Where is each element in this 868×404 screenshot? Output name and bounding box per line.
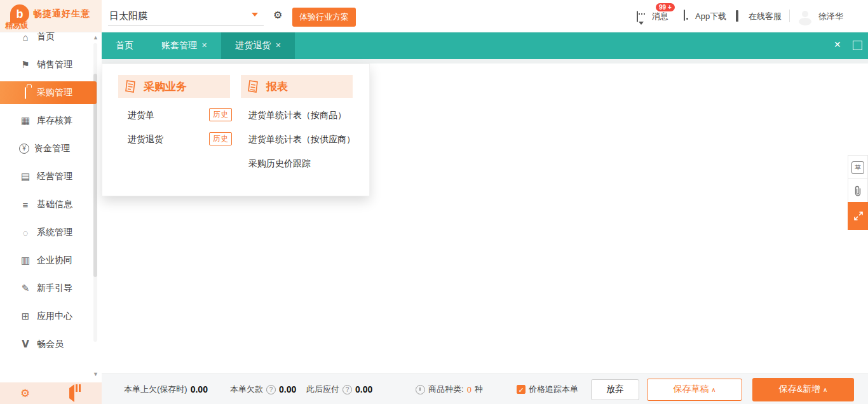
sidebar-item-basic-info[interactable]: ≡ 基础信息 [0, 196, 97, 213]
basic-info-icon: ≡ [19, 199, 32, 210]
menu-section-reports: 报表 [241, 75, 353, 98]
username[interactable]: 徐泽华 [818, 11, 843, 22]
inventory-icon: ▦ [19, 115, 32, 126]
brand-name: 畅捷通好生意 [33, 8, 90, 20]
tabbar: 首页 账套管理 ✕ 进货退货 ✕ [102, 32, 868, 59]
sidebar-item-label: 采购管理 [37, 87, 72, 98]
sidebar-item-app-center[interactable]: ⊞ 应用中心 [0, 307, 97, 325]
online-service-headset-icon[interactable] [736, 10, 738, 20]
fullscreen-icon[interactable] [853, 41, 862, 50]
goods-category-label: 商品种类: [428, 384, 464, 395]
sidebar-item-label: 畅会员 [37, 339, 64, 350]
attachment-float-button[interactable] [848, 178, 868, 203]
sidebar-item-sales[interactable]: ⚑ 销售管理 [0, 56, 97, 74]
price-track-group[interactable]: ✓ 价格追踪本单 [517, 374, 578, 404]
caret-up-icon: ∧ [823, 386, 827, 393]
price-track-label: 价格追踪本单 [529, 384, 578, 395]
topbar-divider [789, 10, 790, 22]
menu-item-purchase-return[interactable]: 进货退货 [128, 134, 163, 145]
sales-icon: ⚑ [19, 59, 32, 71]
tab-purchase-return[interactable]: 进货退货 ✕ [221, 32, 295, 59]
sidebar-item-guide[interactable]: ✎ 新手引导 [0, 279, 97, 297]
account-select-value[interactable]: 日太阳膜 [109, 10, 147, 22]
bill-debt-value: 0.00 [279, 384, 296, 394]
sidebar-item-inventory[interactable]: ▦ 库存核算 [0, 112, 97, 130]
save-draft-button[interactable]: 保存草稿 ∧ [647, 379, 742, 401]
save-new-label: 保存&新增 [779, 384, 820, 394]
sidebar-item-purchase[interactable]: 采购管理 [0, 84, 97, 102]
account-select-underline [108, 25, 264, 26]
purchase-business-icon [123, 79, 139, 94]
sidebar-item-collaboration[interactable]: ▥ 企业协同 [0, 252, 97, 269]
tab-label: 首页 [116, 40, 133, 51]
app-download-icon[interactable] [684, 10, 685, 20]
tab-close-icon[interactable]: ✕ [275, 41, 281, 50]
topbar: b 畅捷通好生意 精易版 日太阳膜 ⚙ 体验行业方案 消息 99 + App下载… [0, 0, 868, 32]
menu-item-purchase-order[interactable]: 进货单 [128, 110, 154, 121]
history-badge[interactable]: 历史 [209, 132, 232, 145]
sidebar-item-operations[interactable]: ▤ 经营管理 [0, 168, 97, 185]
tab-content-gap [102, 59, 868, 64]
menu-section-title: 报表 [266, 79, 288, 94]
member-icon: Ⅴ [19, 339, 32, 350]
brand-edition: 精易版 [5, 20, 28, 31]
sidebar-item-label: 基础信息 [37, 199, 72, 210]
home-icon: ⌂ [19, 32, 32, 43]
paperclip-icon [853, 185, 863, 197]
caret-up-icon: ∧ [711, 386, 715, 393]
funds-icon: ¥ [19, 144, 29, 154]
price-track-checkbox[interactable]: ✓ [517, 385, 526, 394]
logo-area: b 畅捷通好生意 精易版 [0, 0, 102, 32]
payable-help-icon[interactable]: ? [342, 385, 352, 394]
bill-debt-group: 本单欠款 ? 0.00 [230, 374, 296, 404]
guide-icon: ✎ [19, 283, 32, 294]
history-badge[interactable]: 历史 [209, 108, 232, 121]
draft-icon: 草 [851, 161, 864, 174]
payable-value: 0.00 [355, 384, 372, 394]
purchase-bag-icon [19, 88, 32, 98]
tabbar-close-all-icon[interactable]: ✕ [834, 39, 841, 50]
abandon-button[interactable]: 放弃 [591, 379, 639, 400]
tab-close-icon[interactable]: ✕ [201, 41, 207, 50]
system-icon: ◌ [19, 227, 32, 238]
save-and-new-button[interactable]: 保存&新增 ∧ [752, 378, 854, 401]
sidebar-item-system[interactable]: ◌ 系统管理 [0, 224, 97, 241]
collaboration-icon: ▥ [19, 255, 32, 266]
sidebar-collapse-icon[interactable] [69, 388, 74, 398]
account-gear-icon[interactable]: ⚙ [273, 9, 282, 21]
payable-label: 此后应付 [306, 384, 339, 395]
prev-debt-label: 本单上欠(保存时) [124, 384, 187, 395]
messages-icon[interactable] [637, 11, 638, 22]
bill-debt-help-icon[interactable]: ? [266, 385, 276, 394]
tab-label: 账套管理 [161, 40, 197, 51]
sidebar-item-label: 企业协同 [37, 255, 72, 266]
sidebar: ▲ ▼ ⌂ 首页 ⚑ 销售管理 采购管理 ▦ 库存核算 ¥ 资金管理 ▤ 经营管… [0, 32, 102, 382]
sidebar-item-label: 经营管理 [37, 171, 72, 182]
tab-account-mgmt[interactable]: 账套管理 ✕ [147, 32, 221, 59]
chevron-down-icon[interactable] [252, 13, 258, 17]
messages-badge: 99 + [656, 3, 675, 11]
sidebar-settings-gear-icon[interactable]: ⚙ [20, 387, 30, 400]
expand-float-button[interactable] [848, 202, 868, 230]
operations-icon: ▤ [19, 171, 32, 182]
tab-home[interactable]: 首页 [102, 32, 147, 59]
online-service-link[interactable]: 在线客服 [749, 11, 782, 22]
menu-item-price-history[interactable]: 采购历史价跟踪 [248, 158, 311, 170]
menu-item-stats-by-supplier[interactable]: 进货单统计表（按供应商） [248, 134, 355, 145]
sidebar-item-label: 系统管理 [37, 227, 72, 238]
app-center-icon: ⊞ [19, 311, 32, 322]
app-download-link[interactable]: App下载 [695, 11, 726, 22]
sidebar-item-label: 库存核算 [37, 115, 72, 126]
menu-item-stats-by-product[interactable]: 进货单统计表（按商品） [248, 110, 346, 121]
messages-link[interactable]: 消息 [652, 11, 668, 22]
expand-icon [853, 211, 864, 221]
menu-section-title: 采购业务 [144, 79, 187, 94]
save-new-wrap: 保存&新增 ∧ [752, 374, 854, 404]
sidebar-scroll-down-icon[interactable]: ▼ [93, 371, 98, 377]
sidebar-item-funds[interactable]: ¥ 资金管理 [0, 140, 97, 158]
sidebar-item-label: 新手引导 [37, 283, 72, 294]
draft-float-button[interactable]: 草 [848, 155, 868, 180]
experience-plan-button[interactable]: 体验行业方案 [292, 8, 356, 27]
goods-category-unit: 种 [475, 384, 483, 395]
sidebar-item-member[interactable]: Ⅴ 畅会员 [0, 335, 97, 353]
